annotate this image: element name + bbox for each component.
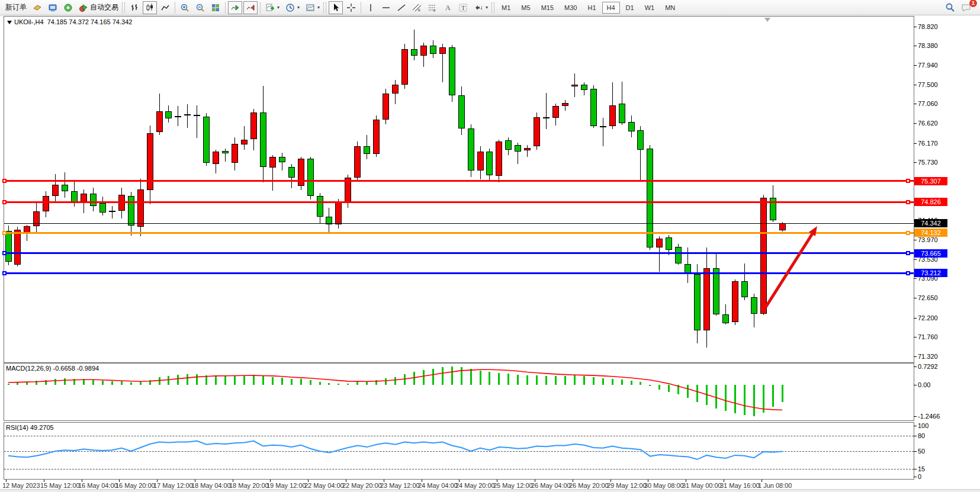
chart-quote-label: 74.185 74.372 74.165 74.342	[47, 18, 133, 25]
line-chart-icon	[160, 3, 170, 12]
line-anchor-handle[interactable]	[2, 200, 7, 204]
line-anchor-handle[interactable]	[2, 231, 7, 235]
macd-histogram-bar	[687, 385, 689, 397]
horizontal-line-object[interactable]	[4, 232, 914, 234]
line-chart-button[interactable]	[158, 1, 172, 14]
zoom-in-button[interactable]	[178, 1, 192, 14]
line-anchor-handle[interactable]	[906, 231, 910, 235]
horizontal-line-object[interactable]	[4, 252, 914, 254]
search-button[interactable]	[943, 1, 957, 14]
timeframe-m5-button[interactable]: M5	[516, 2, 535, 14]
candle-body	[496, 142, 502, 176]
text-label-button[interactable]: T	[456, 1, 470, 14]
fibonacci-button[interactable]: F	[425, 1, 439, 14]
macd-histogram-bar	[593, 377, 595, 385]
rsi-axis-tick	[914, 469, 917, 470]
macd-histogram-bar	[187, 374, 188, 385]
price-axis-tick	[914, 143, 917, 144]
line-anchor-handle[interactable]	[906, 179, 910, 183]
horizontal-line-object[interactable]	[4, 223, 914, 224]
horizontal-line-object[interactable]	[4, 272, 914, 274]
candle-body	[694, 274, 701, 330]
price-axis-tick	[914, 337, 917, 337]
crosshair-button[interactable]	[344, 1, 358, 14]
line-anchor-handle[interactable]	[906, 271, 910, 275]
bar-chart-button[interactable]	[127, 1, 142, 14]
candle-body	[779, 223, 786, 230]
timeframe-m15-button[interactable]: M15	[536, 2, 558, 14]
macd-histogram-bar	[734, 385, 736, 413]
macd-axis-label: 0.7292	[918, 363, 938, 370]
chart-shift-button[interactable]	[243, 1, 258, 14]
horizontal-line-object[interactable]	[4, 180, 914, 182]
line-anchor-handle[interactable]	[2, 179, 7, 183]
timeframe-h4-button[interactable]: H4	[602, 2, 620, 14]
chart-title: UKOil-,H4 74.185 74.372 74.165 74.342	[7, 18, 132, 25]
macd-histogram-bar	[451, 366, 453, 385]
horizontal-line-icon	[381, 3, 391, 12]
macd-pane[interactable]	[4, 363, 914, 421]
one-click-trading-toggle-icon[interactable]	[7, 21, 12, 24]
timeframe-m30-button[interactable]: M30	[560, 2, 581, 14]
equidistant-channel-button[interactable]: E	[410, 1, 424, 14]
bar-chart-icon	[130, 3, 139, 12]
timeframe-d1-button[interactable]: D1	[621, 2, 639, 14]
chart-window[interactable]: UKOil-,H4 74.185 74.372 74.165 74.342 MA…	[0, 15, 980, 492]
chart-shift-marker[interactable]	[764, 18, 770, 22]
notifications-button[interactable]: 1	[959, 1, 974, 14]
time-axis-label: 29 May 12:00	[607, 482, 647, 489]
price-badge: 74.342	[914, 219, 947, 227]
line-anchor-handle[interactable]	[2, 251, 7, 255]
arrows-button[interactable]: ▾	[471, 1, 490, 14]
cursor-button[interactable]	[329, 1, 343, 14]
templates-button[interactable]: ▾	[303, 1, 322, 14]
vertical-line-button[interactable]	[364, 1, 378, 14]
periods-button[interactable]: ▾	[283, 1, 302, 14]
price-axis-tick	[914, 259, 917, 260]
timeframe-m1-button[interactable]: M1	[497, 2, 515, 14]
macd-histogram-bar	[54, 379, 56, 385]
zoom-out-button[interactable]	[193, 1, 207, 14]
text-button[interactable]: A	[441, 1, 455, 14]
timeframe-h1-button[interactable]: H1	[583, 2, 600, 14]
macd-histogram-bar	[489, 372, 490, 385]
line-anchor-handle[interactable]	[906, 251, 910, 255]
macd-histogram-bar	[640, 382, 641, 385]
autotrading-button[interactable]: 自动交易	[76, 1, 121, 14]
auto-scroll-button[interactable]	[228, 1, 242, 14]
candle-body	[505, 140, 512, 150]
deposit-button[interactable]	[30, 1, 44, 14]
time-axis-label: 16 May 20:00	[115, 482, 155, 489]
candle-body	[477, 152, 484, 171]
signals-button[interactable]	[61, 1, 75, 14]
horizontal-line-object[interactable]	[4, 201, 914, 203]
timeframe-w1-button[interactable]: W1	[640, 2, 660, 14]
rsi-axis-tick	[914, 477, 917, 477]
crosshair-icon	[346, 3, 356, 12]
line-anchor-handle[interactable]	[906, 200, 910, 204]
indicators-button[interactable]: ▾	[263, 1, 282, 14]
time-axis-label: 31 May 00:00	[682, 482, 722, 489]
line-anchor-handle[interactable]	[2, 271, 7, 275]
macd-histogram-bar	[461, 367, 462, 385]
candle-body	[411, 49, 417, 56]
macd-axis-tick	[914, 385, 917, 385]
time-axis-label: 23 May 12:00	[380, 482, 420, 489]
rsi-axis-label: 100	[918, 422, 928, 429]
new-order-button[interactable]: 新订单	[3, 1, 29, 14]
time-axis-label: 19 May 12:00	[266, 482, 306, 489]
candle-body	[373, 120, 380, 154]
horizontal-line-button[interactable]	[379, 1, 393, 14]
candle-body	[156, 111, 163, 132]
web-terminal-button[interactable]	[46, 1, 60, 14]
macd-histogram-bar	[92, 380, 94, 385]
tile-windows-button[interactable]	[208, 1, 223, 14]
trendline-button[interactable]	[394, 1, 409, 14]
autotrading-icon	[79, 3, 88, 12]
price-axis-label: 77.500	[918, 81, 938, 88]
candle-body	[184, 114, 191, 115]
candlestick-chart-button[interactable]	[143, 1, 157, 14]
timeframe-mn-button[interactable]: MN	[660, 2, 680, 14]
price-badge: 73.665	[914, 249, 947, 258]
macd-histogram-bar	[196, 374, 198, 385]
